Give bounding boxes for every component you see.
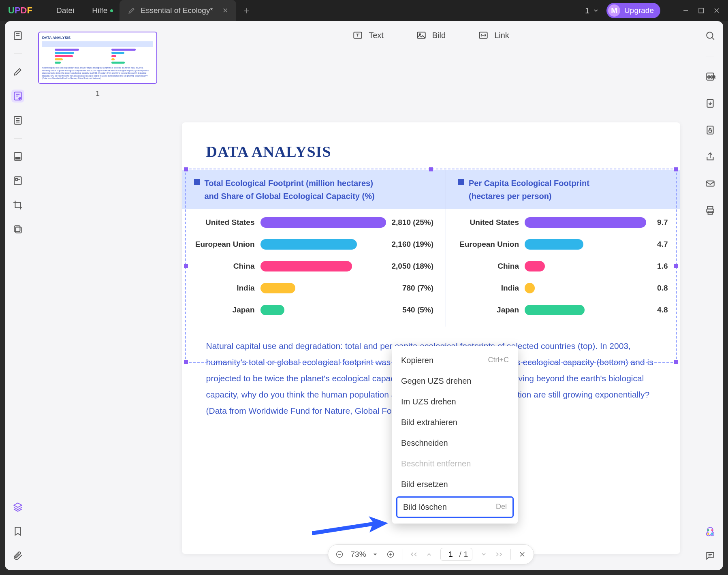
prev-page-icon[interactable] bbox=[425, 550, 433, 558]
last-page-icon[interactable] bbox=[495, 550, 503, 558]
minimize-icon[interactable] bbox=[682, 6, 690, 15]
tool-share[interactable] bbox=[704, 150, 717, 163]
legend-left-line2: and Share of Global Ecological Capacity … bbox=[205, 192, 375, 201]
svg-rect-9 bbox=[14, 226, 20, 231]
divider bbox=[44, 5, 44, 16]
ctx-extract[interactable]: Bild extrahieren bbox=[392, 412, 518, 433]
chart-right: Per Capita Ecological Footprint(hectares… bbox=[446, 170, 680, 327]
tool-email[interactable] bbox=[704, 177, 717, 190]
close-window-icon[interactable] bbox=[713, 6, 721, 15]
ctx-rotate-cw-label: Im UZS drehen bbox=[401, 397, 456, 406]
next-page-icon[interactable] bbox=[480, 550, 488, 558]
thumbnail-preview: DATA ANALYSIS bbox=[42, 36, 153, 80]
svg-rect-6 bbox=[14, 177, 21, 185]
workspace: DATA ANALYSIS bbox=[5, 21, 723, 570]
chart-right-header: Per Capita Ecological Footprint(hectares… bbox=[446, 170, 680, 209]
ctx-extract-label: Bild extrahieren bbox=[401, 418, 457, 427]
page-indicator[interactable]: 1 bbox=[585, 6, 599, 15]
tool-edit[interactable] bbox=[11, 90, 24, 103]
tab-close-icon[interactable]: × bbox=[223, 5, 228, 16]
svg-point-29 bbox=[711, 533, 713, 535]
titlebar: UPDF Datei Hilfe Essential of Ecology* ×… bbox=[0, 0, 728, 21]
page-sep: / bbox=[459, 550, 461, 559]
ctx-rotate-ccw[interactable]: Gegen UZS drehen bbox=[392, 371, 518, 391]
ctx-rotate-ccw-label: Gegen UZS drehen bbox=[401, 376, 471, 386]
legend-square-icon bbox=[194, 179, 200, 185]
tool-organize[interactable] bbox=[11, 114, 24, 127]
chart-value: 2,810 (25%) bbox=[392, 218, 434, 227]
chart-bar bbox=[525, 305, 585, 315]
page-title: DATA ANALYSIS bbox=[182, 143, 680, 170]
edit-text-button[interactable]: Text bbox=[352, 30, 384, 41]
ctx-remove-crop-label: Beschnitt entfernen bbox=[401, 459, 471, 468]
notification-dot-icon bbox=[110, 9, 113, 12]
tool-search[interactable] bbox=[704, 29, 717, 42]
tool-protect[interactable] bbox=[704, 124, 717, 137]
zoom-dropdown[interactable]: 73% bbox=[351, 550, 379, 559]
svg-rect-21 bbox=[709, 130, 712, 132]
chart-container: Total Ecological Footprint (million hect… bbox=[182, 170, 680, 327]
tool-annotate[interactable] bbox=[11, 65, 24, 78]
new-tab-button[interactable]: + bbox=[243, 4, 250, 17]
chart-value: 540 (5%) bbox=[402, 306, 433, 314]
chart-row: United States9.7 bbox=[458, 217, 668, 228]
ctx-remove-crop: Beschnitt entfernen bbox=[392, 453, 518, 474]
menu-help[interactable]: Hilfe bbox=[83, 6, 116, 15]
page-current-input[interactable] bbox=[445, 550, 457, 559]
zoom-in-icon[interactable] bbox=[386, 550, 395, 558]
upgrade-button[interactable]: M Upgrade bbox=[606, 3, 660, 18]
chart-row: Japan4.8 bbox=[458, 305, 668, 315]
tool-print[interactable] bbox=[704, 204, 717, 217]
tool-bookmark[interactable] bbox=[11, 525, 24, 538]
ctx-replace[interactable]: Bild ersetzen bbox=[392, 474, 518, 495]
svg-rect-1 bbox=[14, 32, 21, 40]
zoom-out-icon[interactable] bbox=[335, 550, 344, 558]
divider bbox=[402, 549, 402, 560]
chart-row: China2,050 (18%) bbox=[194, 261, 434, 271]
chart-bar bbox=[260, 217, 386, 228]
ctx-delete[interactable]: Bild löschenDel bbox=[396, 496, 514, 518]
chart-value: 1.6 bbox=[657, 262, 668, 271]
tool-forms[interactable] bbox=[11, 174, 24, 187]
chevron-down-icon bbox=[593, 7, 599, 14]
close-pager-icon[interactable] bbox=[518, 550, 526, 558]
upgrade-label: Upgrade bbox=[624, 6, 654, 15]
svg-rect-8 bbox=[16, 227, 21, 233]
tool-layers[interactable] bbox=[11, 500, 24, 513]
chart-category: European Union bbox=[458, 240, 519, 249]
ctx-copy[interactable]: KopierenCtrl+C bbox=[392, 350, 518, 371]
edit-image-button[interactable]: Bild bbox=[416, 30, 446, 41]
ctx-rotate-cw[interactable]: Im UZS drehen bbox=[392, 391, 518, 412]
edit-image-label: Bild bbox=[432, 31, 446, 40]
tool-reader[interactable] bbox=[11, 29, 24, 42]
chart-category: European Union bbox=[194, 240, 255, 249]
chart-value: 9.7 bbox=[657, 218, 668, 227]
first-page-icon[interactable] bbox=[410, 550, 418, 558]
tool-batch[interactable] bbox=[11, 223, 24, 236]
page-thumbnail[interactable]: DATA ANALYSIS bbox=[38, 32, 157, 84]
ctx-copy-shortcut: Ctrl+C bbox=[488, 356, 509, 365]
tool-ocr[interactable]: OCR bbox=[704, 70, 717, 83]
menu-file[interactable]: Datei bbox=[47, 6, 83, 15]
chart-bar bbox=[525, 239, 583, 250]
tool-redact[interactable] bbox=[11, 150, 24, 163]
svg-rect-7 bbox=[16, 179, 17, 180]
tool-convert[interactable] bbox=[704, 97, 717, 110]
legend-left-line1: Total Ecological Footprint (million hect… bbox=[205, 179, 373, 188]
tool-attachment[interactable] bbox=[11, 549, 24, 562]
ctx-crop-label: Beschneiden bbox=[401, 438, 448, 448]
updf-ai-icon[interactable] bbox=[705, 526, 716, 538]
chart-row: China1.6 bbox=[458, 261, 668, 271]
divider bbox=[14, 53, 22, 54]
ctx-crop[interactable]: Beschneiden bbox=[392, 433, 518, 453]
left-toolbar bbox=[5, 21, 31, 570]
document-tab[interactable]: Essential of Ecology* × bbox=[120, 0, 236, 21]
tool-crop[interactable] bbox=[11, 199, 24, 212]
legend-right-line1: Per Capita Ecological Footprint bbox=[469, 179, 589, 188]
edit-link-button[interactable]: Link bbox=[478, 30, 509, 41]
svg-text:OCR: OCR bbox=[708, 75, 715, 79]
divider bbox=[671, 5, 671, 16]
tool-comment[interactable] bbox=[704, 549, 717, 562]
maximize-icon[interactable] bbox=[697, 6, 705, 15]
chevron-down-icon bbox=[371, 550, 379, 558]
